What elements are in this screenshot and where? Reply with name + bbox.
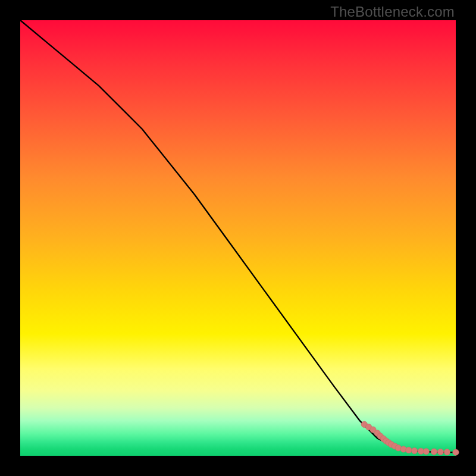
datapoints-group: [361, 421, 459, 455]
datapoint-marker: [431, 449, 437, 455]
datapoint-marker: [453, 449, 459, 455]
watermark-text: TheBottleneck.com: [330, 4, 455, 20]
datapoint-marker: [406, 447, 412, 453]
datapoint-marker: [423, 448, 429, 454]
bottleneck-curve: [20, 20, 456, 452]
datapoint-marker: [444, 449, 450, 455]
datapoint-marker: [437, 449, 443, 455]
chart-overlay: [20, 20, 456, 456]
datapoint-marker: [411, 447, 417, 453]
chart-frame: TheBottleneck.com: [0, 0, 476, 476]
